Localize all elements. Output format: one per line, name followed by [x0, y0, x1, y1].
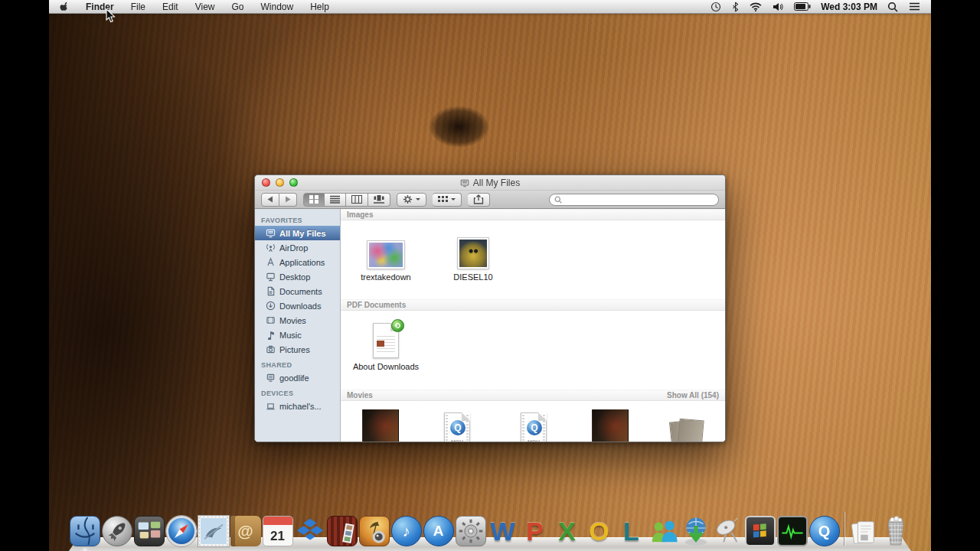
sidebar-item-downloads[interactable]: Downloads: [255, 298, 340, 313]
dropbox-icon: [295, 516, 325, 546]
sidebar-item-pictures[interactable]: Pictures: [255, 342, 340, 357]
sidebar-section-shared: SHARED: [255, 357, 340, 370]
file-item[interactable]: QMOV: [495, 409, 572, 442]
download-badge-icon: [391, 319, 404, 332]
excel-icon: X: [552, 516, 583, 546]
trash-full-icon: [880, 516, 911, 546]
minimize-button[interactable]: [276, 178, 284, 187]
finder-sidebar: FAVORITESAll My FilesAirDropApplications…: [255, 209, 341, 442]
forward-button[interactable]: [279, 193, 297, 207]
dock-app-store[interactable]: A: [423, 514, 455, 546]
dock-messenger[interactable]: [648, 514, 680, 546]
notification-center-icon[interactable]: [903, 0, 931, 13]
file-item[interactable]: DIESEL10: [430, 230, 517, 282]
file-item[interactable]: [648, 409, 725, 442]
content-section-images: ImagestrextakedownDIESEL10: [341, 209, 725, 299]
dock-activity-monitor[interactable]: [776, 514, 808, 546]
action-gear-menu[interactable]: [397, 193, 426, 207]
dock-finder[interactable]: [69, 514, 101, 546]
menu-item-window[interactable]: Window: [253, 0, 302, 13]
bluetooth-icon[interactable]: [727, 0, 744, 13]
contacts-icon: @: [230, 516, 261, 546]
zoom-button[interactable]: [289, 178, 298, 187]
file-item[interactable]: About Downloads: [342, 320, 430, 371]
dock-remote-desktop[interactable]: [712, 514, 744, 546]
downloads-icon: [266, 301, 276, 311]
close-button[interactable]: [262, 178, 270, 187]
dock-microsoft-outlook[interactable]: O: [583, 514, 616, 546]
all-my-files-icon: [266, 228, 276, 238]
laptop-icon: [266, 401, 276, 411]
dock-iphoto[interactable]: [358, 514, 390, 546]
dock-mail[interactable]: [198, 514, 230, 546]
search-field-container: [549, 194, 719, 206]
view-mode-column-view[interactable]: [346, 193, 368, 207]
search-icon: [554, 196, 562, 204]
sidebar-item-goodlife[interactable]: goodlife: [255, 370, 340, 385]
sidebar-item-all-my-files[interactable]: All My Files: [255, 226, 340, 240]
view-mode-icon-view[interactable]: [303, 193, 325, 207]
dock-photo-booth[interactable]: [326, 514, 358, 546]
menu-item-help[interactable]: Help: [302, 0, 338, 13]
menu-item-edit[interactable]: Edit: [154, 0, 187, 13]
sidebar-item-applications[interactable]: Applications: [255, 255, 340, 269]
dock-ical[interactable]: 21: [262, 514, 294, 546]
safari-icon: [166, 516, 197, 546]
sidebar-section-favorites: FAVORITES: [255, 212, 340, 226]
show-all-link[interactable]: Show All (154): [667, 391, 719, 399]
ical-icon: 21: [263, 516, 293, 546]
back-button[interactable]: [261, 193, 279, 207]
music-icon: [266, 330, 276, 340]
file-item[interactable]: [572, 409, 648, 442]
dock-mission-control[interactable]: [133, 514, 165, 546]
search-input[interactable]: [565, 195, 714, 204]
apple-logo-icon[interactable]: [60, 1, 70, 12]
window-titlebar[interactable]: All My Files: [255, 175, 725, 191]
sidebar-item-michael-s-[interactable]: michael's...: [255, 399, 340, 413]
menu-item-view[interactable]: View: [187, 0, 224, 13]
dock-itunes[interactable]: ♪: [390, 514, 423, 546]
volume-icon[interactable]: [767, 0, 789, 13]
dock-trash[interactable]: [880, 514, 912, 546]
dock-stack[interactable]: [848, 514, 880, 546]
file-item[interactable]: [342, 409, 419, 442]
dock-internet-download[interactable]: [680, 514, 712, 546]
dock-microsoft-word[interactable]: W: [487, 514, 519, 546]
dock-contacts[interactable]: @: [230, 514, 262, 546]
menu-item-go[interactable]: Go: [224, 0, 253, 13]
dock-microsoft-lync[interactable]: L: [616, 514, 648, 546]
dock-quicktime-player[interactable]: Q: [808, 514, 841, 546]
dock-windows-vm[interactable]: [744, 514, 776, 546]
recent-items-clock-icon[interactable]: [705, 0, 727, 13]
file-item[interactable]: trextakedown: [342, 230, 430, 282]
sidebar-item-airdrop[interactable]: AirDrop: [255, 240, 340, 255]
menu-item-file[interactable]: File: [122, 0, 154, 13]
dock-safari[interactable]: [165, 514, 198, 546]
sidebar-item-desktop[interactable]: Desktop: [255, 269, 340, 284]
sidebar-item-movies[interactable]: Movies: [255, 313, 340, 328]
view-mode-segments: [303, 193, 390, 207]
view-mode-cover-flow-view[interactable]: [368, 193, 390, 207]
view-mode-list-view[interactable]: [325, 193, 346, 207]
outlook-icon: O: [584, 516, 615, 546]
dock-dropbox[interactable]: [294, 514, 326, 546]
sidebar-item-documents[interactable]: Documents: [255, 284, 340, 298]
dock-microsoft-excel[interactable]: X: [551, 514, 583, 546]
share-button[interactable]: [468, 193, 490, 207]
itunes-icon: ♪: [391, 516, 422, 546]
menu-clock[interactable]: Wed 3:03 PM: [816, 2, 882, 12]
dock-divider: [841, 511, 848, 546]
desktop: FinderFileEditViewGoWindowHelp Wed 3:03 …: [49, 0, 931, 551]
satellite-dish-icon: [713, 516, 743, 546]
battery-icon[interactable]: [789, 0, 816, 13]
sidebar-item-music[interactable]: Music: [255, 328, 340, 342]
dock-system-preferences[interactable]: [455, 514, 487, 546]
arrange-menu[interactable]: [433, 193, 462, 207]
dock-launchpad[interactable]: [101, 514, 133, 546]
dock-microsoft-powerpoint[interactable]: P: [519, 514, 551, 546]
file-item[interactable]: QMOV: [419, 409, 495, 442]
traffic-lights: [262, 178, 298, 187]
spotlight-icon[interactable]: [882, 0, 903, 13]
wifi-icon[interactable]: [744, 0, 767, 13]
section-header: MoviesShow All (154): [341, 390, 725, 401]
